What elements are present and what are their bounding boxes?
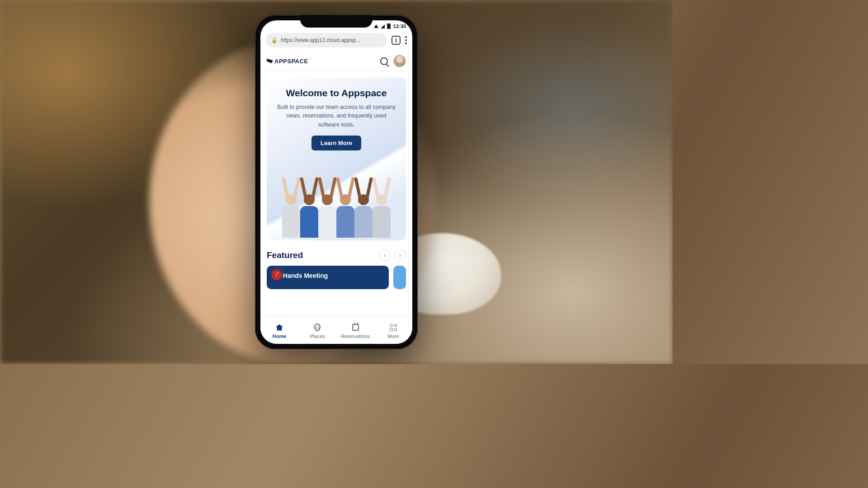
featured-card-all-hands[interactable]: 📌 All Hands Meeting <box>267 266 389 289</box>
home-icon <box>276 324 283 331</box>
featured-header: Featured ‹ › <box>267 249 406 261</box>
hero-title: Welcome to Appspace <box>273 88 400 99</box>
status-icons <box>374 23 391 29</box>
phone-screen: 12:30 🔒 https://www.app12.cloud.appsp...… <box>260 20 412 344</box>
tab-count-value: 1 <box>395 38 397 43</box>
featured-cards: 📌 All Hands Meeting <box>267 266 406 289</box>
chevron-right-icon: › <box>399 252 401 258</box>
hero-card: Welcome to Appspace Built to provide our… <box>267 78 406 240</box>
browser-menu-button[interactable] <box>405 36 407 44</box>
search-icon[interactable] <box>380 57 388 65</box>
hero-description: Built to provide our team access to all … <box>273 103 400 129</box>
featured-prev-button[interactable]: ‹ <box>379 249 391 261</box>
featured-card-next[interactable] <box>393 266 406 289</box>
tab-home[interactable]: Home <box>264 323 295 339</box>
main-content[interactable]: Welcome to Appspace Built to provide our… <box>260 71 412 316</box>
battery-icon <box>387 23 391 29</box>
app-header: APPSPACE <box>260 51 412 71</box>
pin-icon: 📌 <box>270 268 284 282</box>
logo-wing-icon <box>267 59 273 63</box>
featured-card-title: All Hands Meeting <box>273 272 382 279</box>
tab-label: Reservations <box>341 333 370 339</box>
featured-heading: Featured <box>267 250 303 260</box>
url-field[interactable]: 🔒 https://www.app12.cloud.appsp... <box>266 33 387 47</box>
hero-illustration <box>267 173 406 240</box>
avatar[interactable] <box>393 55 406 67</box>
more-icon <box>390 324 397 331</box>
logo-text: APPSPACE <box>274 58 308 65</box>
phone-frame: 12:30 🔒 https://www.app12.cloud.appsp...… <box>255 15 418 349</box>
chevron-left-icon: ‹ <box>384 252 386 258</box>
tab-reservations[interactable]: Reservations <box>340 323 371 339</box>
phone-notch <box>300 15 373 28</box>
tab-label: Home <box>273 333 287 339</box>
browser-url-bar: 🔒 https://www.app12.cloud.appsp... 1 <box>260 30 412 51</box>
tab-more[interactable]: More <box>377 323 409 339</box>
tab-count-button[interactable]: 1 <box>392 36 401 45</box>
wifi-icon <box>374 24 378 28</box>
tab-label: More <box>387 333 399 339</box>
calendar-icon <box>352 324 359 331</box>
places-icon <box>314 324 321 331</box>
signal-icon <box>381 24 385 28</box>
appspace-logo[interactable]: APPSPACE <box>267 58 308 65</box>
featured-next-button[interactable]: › <box>394 249 406 261</box>
tab-label: Places <box>310 333 325 339</box>
url-text: https://www.app12.cloud.appsp... <box>281 37 360 43</box>
learn-more-button[interactable]: Learn More <box>311 136 361 150</box>
status-time: 12:30 <box>393 23 406 29</box>
bottom-tab-bar: Home Places Reservations More <box>260 316 412 344</box>
lock-icon: 🔒 <box>271 38 278 43</box>
tab-places[interactable]: Places <box>302 323 333 339</box>
